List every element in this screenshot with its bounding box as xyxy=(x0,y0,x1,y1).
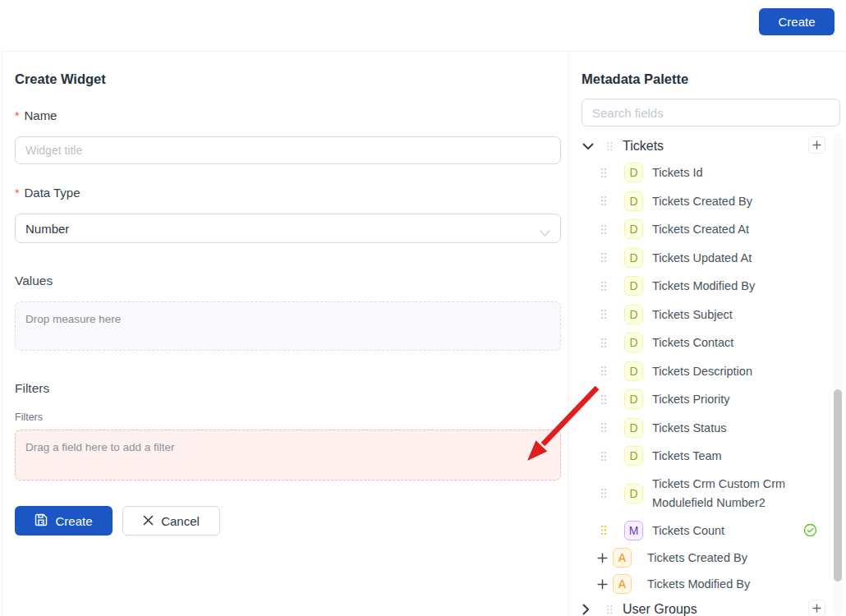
drag-handle-icon[interactable] xyxy=(600,365,607,376)
filters-dropzone-placeholder: Drag a field here to add a filter xyxy=(25,441,175,453)
palette-field-label: Tickets Count xyxy=(652,522,800,540)
data-type-field-label: *Data Type xyxy=(15,186,555,200)
palette-title: Metadata Palette xyxy=(582,71,846,87)
drag-handle-icon[interactable] xyxy=(607,142,613,151)
aggregate-badge: A xyxy=(613,548,632,568)
drag-handle-icon[interactable] xyxy=(600,488,607,499)
dimension-badge: D xyxy=(624,333,643,352)
palette-scrollbar-thumb[interactable] xyxy=(834,389,842,582)
dimension-badge: D xyxy=(624,276,643,296)
drag-handle-icon[interactable] xyxy=(600,309,607,319)
palette-field-row-aggregate[interactable]: A Tickets Created By xyxy=(582,545,846,571)
check-circle-icon xyxy=(803,523,817,537)
palette-field-row[interactable]: D Tickets Crm Custom Crm Modulefield Num… xyxy=(582,471,846,517)
palette-field-row[interactable]: D Tickets Team xyxy=(582,442,846,471)
palette-field-row[interactable]: D Tickets Priority xyxy=(582,385,846,414)
palette-field-label: Tickets Modified By xyxy=(652,277,800,295)
palette-field-row-measure[interactable]: M Tickets Count xyxy=(582,517,846,545)
palette-field-label: Tickets Team xyxy=(652,447,800,465)
palette-field-row[interactable]: D Tickets Contact xyxy=(582,329,846,357)
palette-field-label: Tickets Status xyxy=(652,419,800,437)
dimension-badge: D xyxy=(624,389,643,409)
drag-handle-icon[interactable] xyxy=(600,224,607,235)
values-dropzone[interactable]: Drop measure here xyxy=(15,301,561,351)
required-asterisk: * xyxy=(15,109,19,122)
save-icon xyxy=(34,513,48,529)
palette-field-row[interactable]: D Tickets Updated At xyxy=(582,244,846,273)
dimension-badge: D xyxy=(624,418,643,438)
search-fields-input[interactable] xyxy=(582,99,840,126)
palette-field-label: Tickets Priority xyxy=(652,390,800,408)
drag-handle-icon[interactable] xyxy=(600,451,607,462)
form-actions: Create Cancel xyxy=(15,506,555,536)
palette-field-label: Tickets Created By xyxy=(647,549,795,567)
palette-field-label: Tickets Created By xyxy=(652,192,800,210)
palette-field-label: Tickets Subject xyxy=(652,306,800,324)
drag-handle-icon[interactable] xyxy=(600,394,607,405)
chevron-down-icon[interactable] xyxy=(582,143,594,150)
palette-group-user-groups[interactable]: User Groups xyxy=(582,597,846,616)
palette-field-row-aggregate[interactable]: A Tickets Modified By xyxy=(582,571,846,597)
dimension-badge: D xyxy=(624,305,643,324)
plus-icon[interactable] xyxy=(597,553,609,563)
page-title: Create Widget xyxy=(15,71,555,87)
dimension-badge: D xyxy=(624,248,643,268)
palette-field-label: Tickets Id xyxy=(652,163,800,182)
topbar: Create xyxy=(0,0,846,51)
values-section-label: Values xyxy=(15,274,555,288)
widget-name-input[interactable] xyxy=(15,136,561,164)
dimension-badge: D xyxy=(624,361,643,381)
drag-handle-icon[interactable] xyxy=(600,195,607,206)
metadata-palette: Metadata Palette Tickets xyxy=(568,52,846,616)
plus-icon[interactable] xyxy=(597,579,609,590)
dimension-badge: D xyxy=(624,219,643,239)
filters-sublabel: Filters xyxy=(15,411,555,423)
palette-field-label: Tickets Crm Custom Crm Modulefield Numbe… xyxy=(652,475,800,512)
topbar-create-button[interactable]: Create xyxy=(759,8,835,35)
add-field-button[interactable] xyxy=(808,600,825,616)
palette-field-row[interactable]: D Tickets Modified By xyxy=(582,272,846,301)
content-area: Create Widget *Name *Data Type Number Va… xyxy=(2,51,846,616)
data-type-selected-value: Number xyxy=(25,222,69,236)
values-dropzone-placeholder: Drop measure here xyxy=(25,313,121,325)
palette-field-row[interactable]: D Tickets Subject xyxy=(582,301,846,329)
chevron-right-icon[interactable] xyxy=(582,604,594,615)
palette-field-row[interactable]: D Tickets Id xyxy=(582,159,846,187)
palette-scrollbar-track xyxy=(834,132,842,616)
palette-field-label: Tickets Created At xyxy=(652,220,800,238)
cancel-button[interactable]: Cancel xyxy=(122,506,220,536)
filters-dropzone[interactable]: Drag a field here to add a filter xyxy=(15,430,561,480)
chevron-down-icon xyxy=(540,226,550,240)
palette-tree: Tickets D Tickets Id D Tickets Created B… xyxy=(582,134,846,616)
measure-badge: M xyxy=(624,521,643,540)
drag-handle-icon[interactable] xyxy=(600,281,607,292)
palette-field-label: Tickets Modified By xyxy=(647,575,795,593)
name-field-label: *Name xyxy=(15,108,555,122)
drag-handle-icon[interactable] xyxy=(600,338,607,348)
group-label: User Groups xyxy=(623,602,697,616)
app-root: Create Create Widget *Name *Data Type Nu… xyxy=(0,0,846,616)
add-field-button[interactable] xyxy=(808,136,825,154)
create-widget-panel: Create Widget *Name *Data Type Number Va… xyxy=(2,52,568,616)
palette-field-label: Tickets Updated At xyxy=(652,249,800,267)
dimension-badge: D xyxy=(624,191,643,211)
data-type-select[interactable]: Number xyxy=(15,214,561,243)
dimension-badge: D xyxy=(624,484,643,503)
drag-handle-icon[interactable] xyxy=(607,605,613,614)
dimension-badge: D xyxy=(624,163,643,182)
drag-handle-icon[interactable] xyxy=(600,422,607,433)
close-icon xyxy=(143,514,154,528)
palette-field-row[interactable]: D Tickets Status xyxy=(582,414,846,443)
palette-field-row[interactable]: D Tickets Created By xyxy=(582,187,846,216)
drag-handle-icon[interactable] xyxy=(600,252,607,263)
drag-handle-icon[interactable] xyxy=(600,525,607,536)
palette-field-row[interactable]: D Tickets Description xyxy=(582,357,846,386)
palette-field-label: Tickets Description xyxy=(652,362,800,380)
required-asterisk: * xyxy=(15,186,19,200)
drag-handle-icon[interactable] xyxy=(600,168,607,178)
palette-group-tickets[interactable]: Tickets xyxy=(582,134,846,159)
aggregate-badge: A xyxy=(613,574,632,594)
palette-field-row[interactable]: D Tickets Created At xyxy=(582,215,846,244)
filters-section-label: Filters xyxy=(15,381,555,396)
create-button[interactable]: Create xyxy=(15,506,113,536)
